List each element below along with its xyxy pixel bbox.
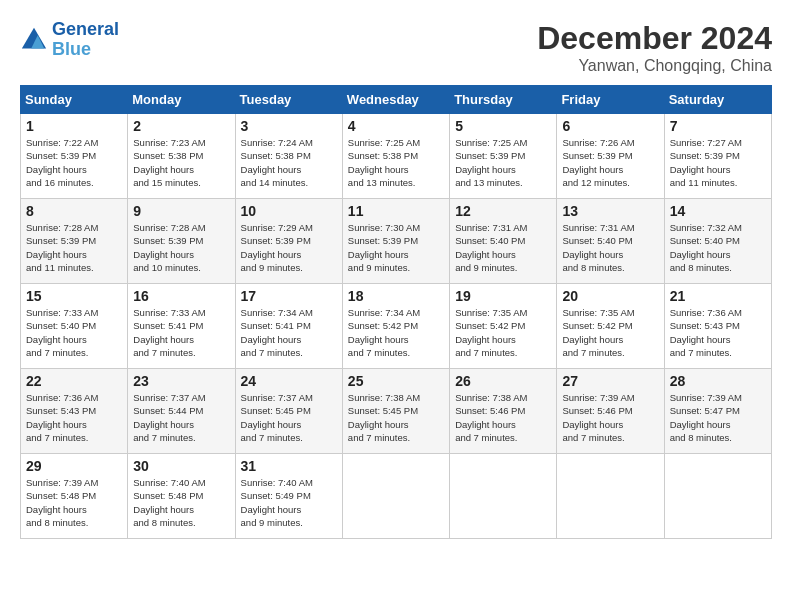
day-info: Sunrise: 7:35 AMSunset: 5:42 PMDaylight …	[455, 306, 551, 359]
day-number: 16	[133, 288, 229, 304]
calendar-cell: 8Sunrise: 7:28 AMSunset: 5:39 PMDaylight…	[21, 199, 128, 284]
day-info: Sunrise: 7:25 AMSunset: 5:39 PMDaylight …	[455, 136, 551, 189]
location-subtitle: Yanwan, Chongqing, China	[537, 57, 772, 75]
day-number: 2	[133, 118, 229, 134]
day-info: Sunrise: 7:28 AMSunset: 5:39 PMDaylight …	[26, 221, 122, 274]
day-number: 19	[455, 288, 551, 304]
calendar-cell: 22Sunrise: 7:36 AMSunset: 5:43 PMDayligh…	[21, 369, 128, 454]
col-header-tuesday: Tuesday	[235, 86, 342, 114]
calendar-week-row: 29Sunrise: 7:39 AMSunset: 5:48 PMDayligh…	[21, 454, 772, 539]
logo-text: General Blue	[52, 20, 119, 60]
day-number: 3	[241, 118, 337, 134]
calendar-cell: 12Sunrise: 7:31 AMSunset: 5:40 PMDayligh…	[450, 199, 557, 284]
calendar-cell: 6Sunrise: 7:26 AMSunset: 5:39 PMDaylight…	[557, 114, 664, 199]
calendar-cell: 11Sunrise: 7:30 AMSunset: 5:39 PMDayligh…	[342, 199, 449, 284]
calendar-cell: 13Sunrise: 7:31 AMSunset: 5:40 PMDayligh…	[557, 199, 664, 284]
col-header-thursday: Thursday	[450, 86, 557, 114]
day-number: 18	[348, 288, 444, 304]
day-number: 7	[670, 118, 766, 134]
day-info: Sunrise: 7:40 AMSunset: 5:48 PMDaylight …	[133, 476, 229, 529]
day-number: 20	[562, 288, 658, 304]
calendar-cell: 10Sunrise: 7:29 AMSunset: 5:39 PMDayligh…	[235, 199, 342, 284]
calendar-cell: 26Sunrise: 7:38 AMSunset: 5:46 PMDayligh…	[450, 369, 557, 454]
calendar-week-row: 8Sunrise: 7:28 AMSunset: 5:39 PMDaylight…	[21, 199, 772, 284]
day-number: 29	[26, 458, 122, 474]
month-title: December 2024	[537, 20, 772, 57]
col-header-wednesday: Wednesday	[342, 86, 449, 114]
calendar-cell: 17Sunrise: 7:34 AMSunset: 5:41 PMDayligh…	[235, 284, 342, 369]
day-info: Sunrise: 7:34 AMSunset: 5:41 PMDaylight …	[241, 306, 337, 359]
day-info: Sunrise: 7:33 AMSunset: 5:40 PMDaylight …	[26, 306, 122, 359]
calendar-week-row: 1Sunrise: 7:22 AMSunset: 5:39 PMDaylight…	[21, 114, 772, 199]
day-number: 12	[455, 203, 551, 219]
day-info: Sunrise: 7:37 AMSunset: 5:45 PMDaylight …	[241, 391, 337, 444]
day-number: 14	[670, 203, 766, 219]
day-number: 24	[241, 373, 337, 389]
calendar-cell: 30Sunrise: 7:40 AMSunset: 5:48 PMDayligh…	[128, 454, 235, 539]
calendar-cell: 15Sunrise: 7:33 AMSunset: 5:40 PMDayligh…	[21, 284, 128, 369]
page-header: General Blue December 2024 Yanwan, Chong…	[20, 20, 772, 75]
calendar-week-row: 15Sunrise: 7:33 AMSunset: 5:40 PMDayligh…	[21, 284, 772, 369]
day-info: Sunrise: 7:34 AMSunset: 5:42 PMDaylight …	[348, 306, 444, 359]
logo-icon	[20, 26, 48, 54]
day-info: Sunrise: 7:31 AMSunset: 5:40 PMDaylight …	[455, 221, 551, 274]
day-info: Sunrise: 7:38 AMSunset: 5:45 PMDaylight …	[348, 391, 444, 444]
calendar-cell	[450, 454, 557, 539]
title-block: December 2024 Yanwan, Chongqing, China	[537, 20, 772, 75]
calendar-cell: 23Sunrise: 7:37 AMSunset: 5:44 PMDayligh…	[128, 369, 235, 454]
calendar-cell: 3Sunrise: 7:24 AMSunset: 5:38 PMDaylight…	[235, 114, 342, 199]
calendar-cell: 7Sunrise: 7:27 AMSunset: 5:39 PMDaylight…	[664, 114, 771, 199]
day-info: Sunrise: 7:37 AMSunset: 5:44 PMDaylight …	[133, 391, 229, 444]
calendar-cell: 21Sunrise: 7:36 AMSunset: 5:43 PMDayligh…	[664, 284, 771, 369]
day-info: Sunrise: 7:22 AMSunset: 5:39 PMDaylight …	[26, 136, 122, 189]
calendar-cell: 18Sunrise: 7:34 AMSunset: 5:42 PMDayligh…	[342, 284, 449, 369]
calendar-cell: 29Sunrise: 7:39 AMSunset: 5:48 PMDayligh…	[21, 454, 128, 539]
day-info: Sunrise: 7:30 AMSunset: 5:39 PMDaylight …	[348, 221, 444, 274]
day-info: Sunrise: 7:28 AMSunset: 5:39 PMDaylight …	[133, 221, 229, 274]
day-info: Sunrise: 7:33 AMSunset: 5:41 PMDaylight …	[133, 306, 229, 359]
calendar-cell: 14Sunrise: 7:32 AMSunset: 5:40 PMDayligh…	[664, 199, 771, 284]
day-number: 10	[241, 203, 337, 219]
calendar-cell: 1Sunrise: 7:22 AMSunset: 5:39 PMDaylight…	[21, 114, 128, 199]
day-number: 6	[562, 118, 658, 134]
calendar-cell	[664, 454, 771, 539]
calendar-cell: 20Sunrise: 7:35 AMSunset: 5:42 PMDayligh…	[557, 284, 664, 369]
day-info: Sunrise: 7:29 AMSunset: 5:39 PMDaylight …	[241, 221, 337, 274]
day-number: 23	[133, 373, 229, 389]
calendar-cell: 4Sunrise: 7:25 AMSunset: 5:38 PMDaylight…	[342, 114, 449, 199]
day-info: Sunrise: 7:24 AMSunset: 5:38 PMDaylight …	[241, 136, 337, 189]
day-number: 9	[133, 203, 229, 219]
day-number: 22	[26, 373, 122, 389]
calendar-cell: 5Sunrise: 7:25 AMSunset: 5:39 PMDaylight…	[450, 114, 557, 199]
day-info: Sunrise: 7:39 AMSunset: 5:47 PMDaylight …	[670, 391, 766, 444]
day-number: 28	[670, 373, 766, 389]
day-number: 4	[348, 118, 444, 134]
day-info: Sunrise: 7:39 AMSunset: 5:48 PMDaylight …	[26, 476, 122, 529]
day-info: Sunrise: 7:36 AMSunset: 5:43 PMDaylight …	[670, 306, 766, 359]
day-number: 30	[133, 458, 229, 474]
day-number: 27	[562, 373, 658, 389]
calendar-cell: 24Sunrise: 7:37 AMSunset: 5:45 PMDayligh…	[235, 369, 342, 454]
day-number: 5	[455, 118, 551, 134]
day-info: Sunrise: 7:35 AMSunset: 5:42 PMDaylight …	[562, 306, 658, 359]
col-header-friday: Friday	[557, 86, 664, 114]
calendar-cell: 9Sunrise: 7:28 AMSunset: 5:39 PMDaylight…	[128, 199, 235, 284]
day-info: Sunrise: 7:38 AMSunset: 5:46 PMDaylight …	[455, 391, 551, 444]
day-info: Sunrise: 7:40 AMSunset: 5:49 PMDaylight …	[241, 476, 337, 529]
calendar-cell: 28Sunrise: 7:39 AMSunset: 5:47 PMDayligh…	[664, 369, 771, 454]
calendar-cell: 19Sunrise: 7:35 AMSunset: 5:42 PMDayligh…	[450, 284, 557, 369]
day-number: 26	[455, 373, 551, 389]
col-header-sunday: Sunday	[21, 86, 128, 114]
calendar-week-row: 22Sunrise: 7:36 AMSunset: 5:43 PMDayligh…	[21, 369, 772, 454]
day-number: 1	[26, 118, 122, 134]
day-info: Sunrise: 7:27 AMSunset: 5:39 PMDaylight …	[670, 136, 766, 189]
calendar-cell: 31Sunrise: 7:40 AMSunset: 5:49 PMDayligh…	[235, 454, 342, 539]
calendar-table: SundayMondayTuesdayWednesdayThursdayFrid…	[20, 85, 772, 539]
calendar-cell	[342, 454, 449, 539]
calendar-cell: 2Sunrise: 7:23 AMSunset: 5:38 PMDaylight…	[128, 114, 235, 199]
day-number: 8	[26, 203, 122, 219]
day-number: 15	[26, 288, 122, 304]
logo: General Blue	[20, 20, 119, 60]
day-info: Sunrise: 7:26 AMSunset: 5:39 PMDaylight …	[562, 136, 658, 189]
calendar-cell: 27Sunrise: 7:39 AMSunset: 5:46 PMDayligh…	[557, 369, 664, 454]
